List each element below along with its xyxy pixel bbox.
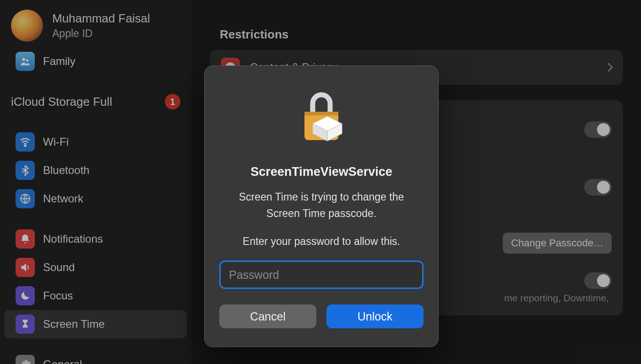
- lock-icon: [294, 87, 348, 148]
- password-input[interactable]: [219, 261, 424, 289]
- svg-rect-7: [304, 112, 338, 115]
- cancel-button[interactable]: Cancel: [219, 304, 316, 328]
- dialog-hint: Enter your password to allow this.: [243, 235, 400, 248]
- dialog-message: Screen Time is trying to change the Scre…: [239, 189, 404, 222]
- dialog-title: ScreenTimeViewService: [250, 165, 392, 179]
- unlock-button[interactable]: Unlock: [326, 304, 424, 328]
- auth-dialog: ScreenTimeViewService Screen Time is try…: [204, 65, 439, 347]
